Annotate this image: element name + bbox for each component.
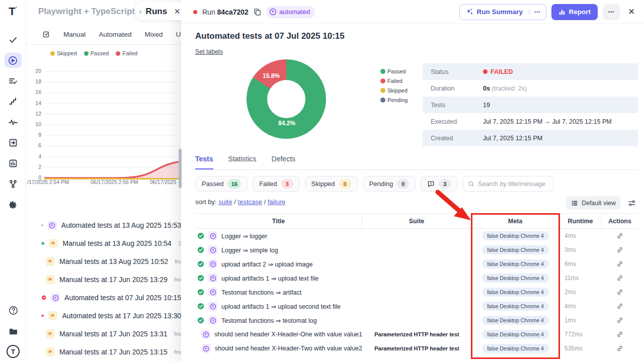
meta-badge[interactable]: false Desktop Chrome 4 xyxy=(482,259,549,268)
projects-folder-icon[interactable] xyxy=(5,324,22,339)
sort-by-failure-link[interactable]: failure xyxy=(268,198,285,206)
column-header-runtime[interactable]: Runtime xyxy=(559,213,602,229)
filter-pending-button[interactable]: Pending0 xyxy=(363,176,416,192)
copy-run-id-icon[interactable] xyxy=(254,8,261,16)
filter-passed-button[interactable]: Passed16 xyxy=(195,176,248,192)
set-labels-link[interactable]: Set labels xyxy=(195,48,223,55)
app-logo[interactable]: T' xyxy=(9,5,17,18)
test-link-button[interactable] xyxy=(602,275,638,282)
meta-badge[interactable]: false Desktop Chrome 4 xyxy=(482,245,549,254)
report-button[interactable]: Report xyxy=(551,4,598,20)
test-row[interactable]: Logger ⇒ simple logfalse Desktop Chrome … xyxy=(195,243,638,257)
run-summary-button[interactable]: Run Summary ••• xyxy=(459,4,546,20)
import-icon[interactable] xyxy=(5,135,22,150)
test-row[interactable]: upload artifacts 1 ⇒ upload text filefal… xyxy=(195,271,638,285)
test-link-button[interactable] xyxy=(602,331,638,338)
test-row[interactable]: Testomat functions ⇒ testomat logfalse D… xyxy=(195,313,638,327)
filter-skipped-button[interactable]: Skipped0 xyxy=(305,176,358,192)
run-list-item[interactable]: Manual tests at 17 Jun 2025 13:29fron xyxy=(26,270,181,289)
default-view-button[interactable]: Default view xyxy=(566,196,621,210)
search-input[interactable] xyxy=(478,180,548,188)
column-header-suite[interactable]: Suite xyxy=(362,213,471,229)
run-list-item[interactable]: Manual tests at 17 Jun 2025 13:31from xyxy=(26,325,181,343)
scrollbar-thumb[interactable] xyxy=(179,149,182,188)
automated-type-icon xyxy=(48,221,57,230)
runs-tab-mixed[interactable]: Mixed xyxy=(145,31,163,38)
test-row[interactable]: should send header X-Header-One with val… xyxy=(195,327,638,341)
meta-badge[interactable]: false Desktop Chrome 4 xyxy=(482,288,549,297)
test-link-button[interactable] xyxy=(602,303,638,310)
meta-badge[interactable]: false Desktop Chrome 4 xyxy=(482,302,549,311)
branch-icon[interactable] xyxy=(5,176,22,192)
donut-legend-item: Failed xyxy=(380,78,408,84)
runs-tab-manual[interactable]: Manual xyxy=(63,31,86,38)
column-header-actions[interactable]: Actions xyxy=(602,213,638,229)
run-list-item[interactable]: Automated tests at 07 Jul 2025 10:15 xyxy=(26,289,181,307)
run-list-item[interactable]: Automated tests at 17 Jun 2025 13:30 xyxy=(26,307,181,325)
breadcrumb-project[interactable]: Playwright + TypeScript xyxy=(38,7,135,17)
test-row[interactable]: should send header X-Header-Two with val… xyxy=(195,341,638,355)
run-list-item[interactable]: Manual tests at 13 Aug 2025 10:542 xyxy=(26,234,181,252)
run-list-item[interactable]: Manual tests at 13 Aug 2025 10:52fro xyxy=(26,252,181,270)
run-id: 84ca7202 xyxy=(217,8,249,16)
passed-check-icon xyxy=(197,289,204,296)
test-link-button[interactable] xyxy=(602,260,638,267)
user-avatar[interactable]: T xyxy=(7,345,20,358)
list-check-icon[interactable] xyxy=(5,73,22,88)
check-icon[interactable] xyxy=(5,32,22,47)
meta-badge[interactable]: false Desktop Chrome 4 xyxy=(482,330,549,339)
breadcrumb-current[interactable]: Runs xyxy=(146,7,168,17)
donut-passed-label: 84.2% xyxy=(278,120,295,127)
test-link-button[interactable] xyxy=(602,289,638,296)
panel-tab-statistics[interactable]: Statistics xyxy=(228,155,257,169)
filter-failed-button[interactable]: Failed3 xyxy=(253,176,299,192)
run-list-item[interactable]: Manual tests at 17 Jun 2025 13:15from xyxy=(26,343,181,361)
test-link-button[interactable] xyxy=(602,232,638,239)
select-runs-icon[interactable] xyxy=(42,30,50,38)
test-link-button[interactable] xyxy=(602,317,638,324)
pulse-icon[interactable] xyxy=(5,115,22,130)
panel-tab-defects[interactable]: Defects xyxy=(272,155,295,169)
test-link-button[interactable] xyxy=(602,345,638,352)
meta-badge[interactable]: false Desktop Chrome 4 xyxy=(482,274,549,283)
close-panel-icon[interactable]: ✕ xyxy=(625,7,638,17)
manual-type-icon xyxy=(46,329,55,338)
test-row[interactable]: Logger ⇒ loggerfalse Desktop Chrome 44ms xyxy=(195,229,638,243)
column-header-title[interactable]: Title xyxy=(195,213,362,229)
run-panel-header: Run 84ca7202 automated Run Summary ••• xyxy=(181,0,644,24)
help-icon[interactable] xyxy=(5,303,22,318)
test-row[interactable]: upload artifact 2 ⇒ upload imagefalse De… xyxy=(195,257,638,271)
info-label: Status xyxy=(431,68,483,75)
test-link-button[interactable] xyxy=(602,246,638,253)
test-title-cell: upload artifact 2 ⇒ upload image xyxy=(195,259,362,268)
gear-icon[interactable] xyxy=(5,197,22,212)
run-item-suffix: fron xyxy=(174,277,181,283)
sort-by-suite-link[interactable]: suite xyxy=(218,198,232,206)
column-header-meta[interactable]: Meta xyxy=(471,213,559,229)
view-settings-sliders-icon[interactable] xyxy=(628,199,636,207)
runs-play-circle-icon[interactable] xyxy=(5,53,22,68)
run-list-item[interactable]: Automated tests at 13 Aug 2025 15:53 xyxy=(26,216,181,234)
meta-badge[interactable]: false Desktop Chrome 4 xyxy=(482,344,549,353)
runs-tab-unfinished[interactable]: Unfini xyxy=(176,31,181,38)
run-item-title: Manual tests at 13 Aug 2025 10:54 xyxy=(62,239,171,247)
meta-badge[interactable]: false Desktop Chrome 4 xyxy=(482,231,549,240)
trend-chart-plot xyxy=(44,64,179,185)
runs-tab-automated[interactable]: Automated xyxy=(99,31,131,38)
test-row[interactable]: upload artifacts 1 ⇒ upload second text … xyxy=(195,299,638,313)
panel-more-button[interactable]: ••• xyxy=(603,4,620,20)
sort-by-testcase-link[interactable]: testcase xyxy=(238,198,262,206)
analytics-icon[interactable] xyxy=(5,156,22,171)
filter-count-badge: 0 xyxy=(339,179,351,189)
close-runs-icon[interactable]: ✕ xyxy=(174,7,181,16)
automated-badge[interactable]: automated xyxy=(266,6,315,18)
donut-legend-item: Skipped xyxy=(380,87,408,94)
run-item-title: Automated tests at 17 Jun 2025 13:30 xyxy=(62,312,181,320)
run-summary-more-button[interactable]: ••• xyxy=(529,10,545,15)
meta-badge[interactable]: false Desktop Chrome 4 xyxy=(482,316,549,325)
automated-type-icon xyxy=(208,274,217,283)
test-row[interactable]: Testomat functions ⇒ artifactfalse Deskt… xyxy=(195,285,638,299)
comments-filter-button[interactable]: 3 xyxy=(421,176,457,192)
panel-tab-tests[interactable]: Tests xyxy=(195,155,213,169)
steps-icon[interactable] xyxy=(5,94,22,109)
